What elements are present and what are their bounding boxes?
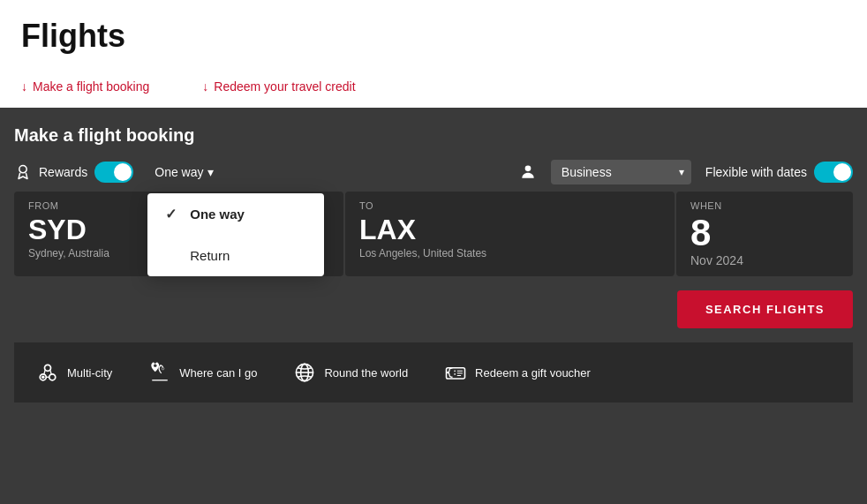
globe-icon [292,360,317,385]
trip-type-chevron-icon: ▾ [207,165,214,179]
date-input[interactable]: When 8 Nov 2024 [676,192,853,276]
passenger-button[interactable] [519,163,537,181]
svg-point-8 [41,376,45,380]
arrow-down-icon: ↓ [21,79,27,94]
to-label: To [359,200,660,211]
make-booking-link[interactable]: ↓ Make a flight booking [21,79,149,94]
nav-round-the-world-label: Round the world [324,366,408,380]
svg-point-3 [49,374,56,380]
redeem-credit-label: Redeem your travel credit [214,79,355,94]
trip-type-option-one-way[interactable]: ✓ One way [147,193,324,235]
trip-type-button[interactable]: One way ▾ [147,162,220,183]
svg-point-1 [524,166,531,172]
voucher-icon [443,360,468,385]
check-icon: ✓ [165,206,179,222]
search-flights-button[interactable]: SEARCH FLIGHTS [677,290,853,328]
nav-redeem-voucher-label: Redeem a gift voucher [475,366,591,380]
rewards-toggle-switch[interactable] [94,162,133,183]
flexible-label: Flexible with dates [705,165,807,179]
when-label: When [690,200,839,211]
multi-city-icon [35,360,60,385]
svg-point-9 [154,364,157,367]
to-city: Los Angeles, United States [359,247,660,260]
trip-type-menu: ✓ One way ✓ Return [147,193,324,276]
nav-round-the-world[interactable]: Round the world [292,353,426,392]
cabin-class-select[interactable]: Economy Premium Economy Business First [551,160,691,184]
booking-section-title: Make a flight booking [14,125,853,146]
flexible-toggle-group: Flexible with dates [705,162,853,183]
to-input[interactable]: To LAX Los Angeles, United States [345,192,675,276]
rewards-label: Rewards [39,165,87,179]
nav-where-can-i-go[interactable]: Where can I go [147,353,275,392]
svg-point-0 [19,166,26,173]
rewards-icon [14,163,32,181]
to-code: LAX [359,214,660,245]
trip-type-dropdown[interactable]: One way ▾ ✓ One way ✓ Return [147,162,220,183]
make-booking-label: Make a flight booking [33,79,149,94]
trip-type-option-return[interactable]: ✓ Return [147,235,324,276]
date-day: 8 [690,214,839,252]
date-month: Nov 2024 [690,253,839,267]
nav-where-can-i-go-label: Where can I go [179,366,257,380]
map-pin-group-icon [147,360,172,385]
arrow-down-icon-2: ↓ [202,79,208,94]
nav-multi-city[interactable]: Multi-city [35,353,130,392]
nav-redeem-voucher[interactable]: Redeem a gift voucher [443,353,608,392]
bottom-nav: Multi-city Where can I go [14,342,853,402]
flexible-toggle-switch[interactable] [814,162,853,183]
cabin-class-select-wrapper[interactable]: Economy Premium Economy Business First ▾ [551,160,691,184]
redeem-credit-link[interactable]: ↓ Redeem your travel credit [202,79,355,94]
rewards-toggle-group: Rewards [14,162,133,183]
svg-point-10 [162,367,164,370]
nav-multi-city-label: Multi-city [67,366,112,380]
passenger-icon [519,163,537,181]
trip-type-selected: One way [155,165,203,179]
page-title: Flights [21,18,846,55]
